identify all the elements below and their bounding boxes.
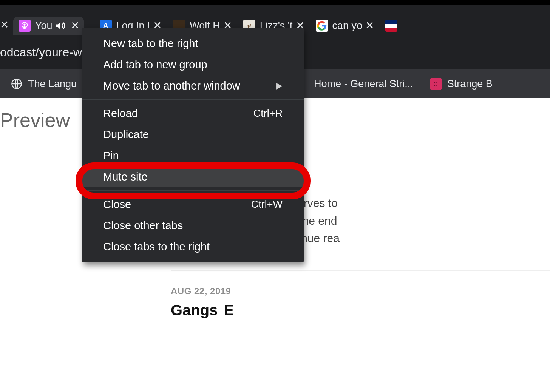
article-title-text: Gangs [171,302,218,319]
menu-reload[interactable]: Reload Ctrl+R [82,103,304,124]
menu-close[interactable]: Close Ctrl+W [82,194,304,215]
menu-pin[interactable]: Pin [82,145,304,166]
tab-active[interactable]: You ✕ [13,17,84,35]
tab-title: can yo [332,20,363,32]
menu-separator [82,99,304,100]
audio-icon[interactable] [55,20,65,31]
menu-mute-site[interactable]: Mute site [82,166,304,187]
menu-label: Pin [103,150,119,162]
hexagon-icon: :: [430,78,442,90]
bookmark-home[interactable]: Home - General Stri... [314,78,413,90]
prev-tab-close-icon[interactable]: ✕ [0,15,13,36]
bookmark-label: The Langu [28,78,77,90]
favicon-uk-flag-icon [385,20,397,32]
menu-label: Duplicate [103,128,149,141]
favicon-google-icon [316,20,328,32]
tab-flag[interactable] [380,17,402,35]
menu-close-tabs-right[interactable]: Close tabs to the right [82,236,304,257]
menu-duplicate[interactable]: Duplicate [82,124,304,145]
globe-icon [11,78,23,90]
menu-label: Close [103,198,131,211]
article-title: Gangs E [171,302,550,319]
explicit-badge: E [224,302,234,319]
menu-label: Move tab to another window [103,80,240,92]
menu-label: Close tabs to the right [103,241,210,253]
menu-move-tab-window[interactable]: Move tab to another window ▶ [82,75,304,96]
menu-close-other-tabs[interactable]: Close other tabs [82,215,304,236]
bookmark-label: Home - General Stri... [314,78,413,90]
close-icon[interactable]: ✕ [365,20,374,31]
bookmark-strange[interactable]: :: Strange B [430,78,493,90]
bookmark-label: Strange B [447,78,493,90]
url-fragment: odcast/youre-w [0,45,82,59]
tab-context-menu: New tab to the right Add tab to new grou… [82,28,304,262]
menu-add-tab-group[interactable]: Add tab to new group [82,54,304,75]
svg-point-0 [23,24,26,26]
menu-separator [82,190,304,191]
menu-label: Close other tabs [103,219,183,232]
menu-shortcut: Ctrl+W [251,199,283,210]
menu-label: Reload [103,107,138,120]
bookmark-langu[interactable]: The Langu [11,78,77,90]
submenu-arrow-icon: ▶ [276,81,283,91]
divider [171,270,550,271]
close-icon[interactable]: ✕ [71,20,79,31]
menu-label: Mute site [103,171,148,183]
tab-google[interactable]: can yo ✕ [311,17,379,35]
menu-label: Add tab to new group [103,59,207,71]
menu-new-tab-right[interactable]: New tab to the right [82,33,304,54]
menu-label: New tab to the right [103,37,198,50]
tab-title: You [35,20,53,32]
menu-shortcut: Ctrl+R [253,108,283,119]
podcast-icon [19,20,31,32]
article-date: AUG 22, 2019 [171,286,550,296]
